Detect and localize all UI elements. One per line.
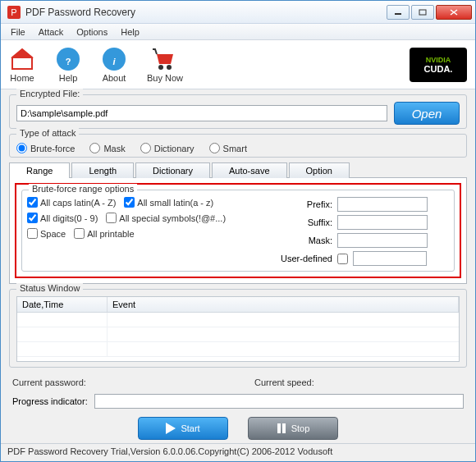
mask-input[interactable]	[337, 233, 428, 248]
status-window-group: Status Window Date,Time Event	[9, 289, 467, 368]
home-icon	[9, 46, 35, 72]
tab-length[interactable]: Length	[71, 162, 134, 178]
current-speed-label: Current speed:	[254, 377, 464, 387]
minimize-button[interactable]	[387, 5, 410, 20]
progress-bar	[94, 394, 464, 409]
check-caps[interactable]: All caps latin(A - Z)	[27, 197, 116, 208]
radio-smart[interactable]: Smart	[209, 143, 247, 153]
check-printable[interactable]: All printable	[74, 228, 134, 239]
tab-range[interactable]: Range	[9, 162, 70, 178]
check-userdefined[interactable]	[337, 254, 348, 264]
attack-type-group: Type of attack Brute-force Mask Dictiona…	[9, 134, 467, 158]
tab-autosave[interactable]: Auto-save	[212, 162, 287, 178]
svg-rect-16	[282, 423, 286, 433]
toolbar: Home ? Help i About Buy Now NVIDIA CUDA.	[1, 40, 475, 89]
menu-file[interactable]: File	[4, 25, 32, 39]
table-row	[17, 327, 459, 342]
help-button[interactable]: ? Help	[55, 46, 81, 83]
titlebar: P PDF Password Recovery	[1, 1, 475, 24]
svg-text:P: P	[11, 7, 16, 17]
tab-panel-range: Brute-force range options All caps latin…	[9, 177, 467, 284]
table-row	[17, 342, 459, 357]
status-grid: Date,Time Event	[16, 296, 460, 362]
play-icon	[166, 423, 176, 434]
check-small[interactable]: All small latin(a - z)	[124, 197, 213, 208]
svg-point-13	[167, 65, 172, 70]
buy-button[interactable]: Buy Now	[147, 46, 183, 83]
tab-option[interactable]: Option	[289, 162, 350, 178]
svg-rect-15	[277, 423, 281, 433]
open-button[interactable]: Open	[394, 102, 460, 125]
suffix-input[interactable]	[337, 215, 428, 230]
menu-help[interactable]: Help	[114, 25, 146, 39]
cart-icon	[152, 46, 178, 72]
svg-point-12	[158, 65, 163, 70]
pause-icon	[277, 423, 286, 434]
svg-marker-7	[11, 49, 34, 58]
about-button[interactable]: i About	[101, 46, 127, 83]
status-bar: PDF Password Recovery Trial,Version 6.0.…	[1, 443, 475, 461]
radio-mask[interactable]: Mask	[89, 143, 125, 153]
tab-dictionary[interactable]: Dictionary	[135, 162, 210, 178]
menubar: File Attack Options Help	[1, 24, 475, 40]
check-space[interactable]: Space	[27, 228, 66, 239]
app-icon: P	[7, 6, 21, 19]
highlight-box: Brute-force range options All caps latin…	[15, 183, 461, 278]
col-event[interactable]: Event	[108, 297, 459, 312]
encrypted-file-group: Encrypted File: Open	[9, 94, 467, 129]
help-icon: ?	[55, 46, 81, 72]
menu-options[interactable]: Options	[70, 25, 114, 39]
svg-marker-14	[166, 423, 176, 434]
svg-text:?: ?	[66, 57, 71, 66]
prefix-input[interactable]	[337, 197, 428, 212]
current-password-label: Current password:	[12, 377, 222, 387]
progress-label: Progress indicator:	[12, 396, 88, 406]
col-datetime[interactable]: Date,Time	[17, 297, 108, 312]
file-path-input[interactable]	[16, 105, 387, 121]
start-button[interactable]: Start	[138, 417, 228, 440]
app-window: P PDF Password Recovery File Attack Opti…	[0, 0, 476, 462]
table-row	[17, 313, 459, 327]
check-symbols[interactable]: All special symbols(!@#...)	[106, 213, 226, 223]
cuda-logo: NVIDIA CUDA.	[410, 48, 467, 82]
window-title: PDF Password Recovery	[25, 7, 387, 18]
tabs: Range Length Dictionary Auto-save Option	[9, 162, 467, 178]
stop-button[interactable]: Stop	[248, 417, 338, 440]
close-button[interactable]	[436, 5, 472, 20]
about-icon: i	[101, 46, 127, 72]
radio-brute[interactable]: Brute-force	[16, 143, 75, 153]
userdefined-input[interactable]	[353, 251, 427, 266]
radio-dictionary[interactable]: Dictionary	[140, 143, 195, 153]
maximize-button[interactable]	[411, 5, 434, 20]
home-button[interactable]: Home	[9, 46, 35, 83]
svg-rect-3	[419, 10, 426, 15]
check-digits[interactable]: All digits(0 - 9)	[27, 213, 98, 223]
brute-force-options-group: Brute-force range options All caps latin…	[21, 190, 455, 272]
menu-attack[interactable]: Attack	[32, 25, 71, 39]
